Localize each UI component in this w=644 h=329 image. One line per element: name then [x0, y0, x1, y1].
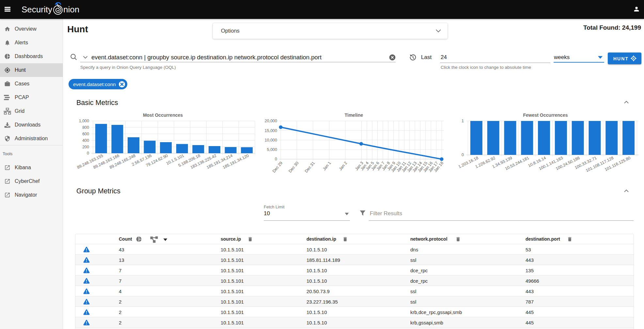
- svg-text:Timeline: Timeline: [345, 112, 363, 118]
- svg-text:0: 0: [462, 153, 464, 157]
- svg-text:200: 200: [82, 145, 89, 149]
- svg-text:Dec 31: Dec 31: [304, 161, 316, 173]
- svg-text:1,000: 1,000: [79, 119, 89, 123]
- svg-text:0: 0: [275, 157, 277, 161]
- svg-text:Dec 29: Dec 29: [272, 161, 283, 173]
- svg-text:15,000: 15,000: [265, 128, 277, 133]
- svg-text:Most Occurrences: Most Occurrences: [143, 112, 183, 118]
- svg-text:Dec 30: Dec 30: [288, 161, 300, 173]
- svg-text:89.248.163.155: 89.248.163.155: [76, 153, 104, 170]
- svg-text:Fewest Occurrences: Fewest Occurrences: [523, 112, 568, 118]
- svg-text:10,000: 10,000: [265, 138, 277, 142]
- svg-text:Security: Security: [22, 5, 52, 14]
- svg-text:Jan 1: Jan 1: [322, 161, 332, 171]
- svg-text:nion: nion: [63, 5, 79, 14]
- svg-text:1: 1: [462, 119, 464, 123]
- svg-text:Jan 2: Jan 2: [338, 161, 348, 171]
- svg-text:400: 400: [82, 138, 89, 143]
- svg-text:20,000: 20,000: [265, 119, 277, 123]
- svg-text:0: 0: [87, 151, 89, 156]
- svg-text:600: 600: [82, 132, 89, 136]
- svg-text:5,000: 5,000: [267, 147, 277, 152]
- svg-text:800: 800: [82, 125, 89, 130]
